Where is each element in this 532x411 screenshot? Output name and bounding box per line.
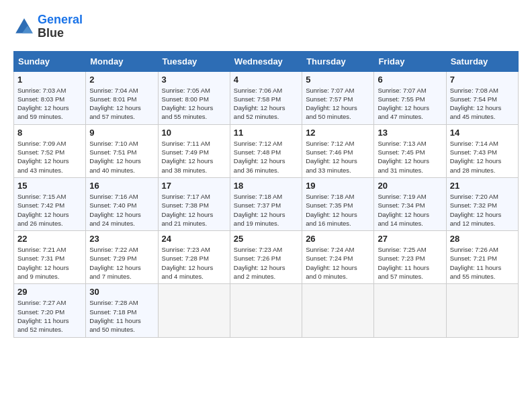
- day-number: 19: [306, 181, 370, 191]
- table-row: 3Sunrise: 7:05 AMSunset: 8:00 PMDaylight…: [158, 71, 230, 124]
- calendar-body: 1Sunrise: 7:03 AMSunset: 8:03 PMDaylight…: [14, 71, 519, 337]
- day-info: Sunrise: 7:20 AMSunset: 7:32 PMDaylight:…: [450, 192, 515, 228]
- table-row: 8Sunrise: 7:09 AMSunset: 7:52 PMDaylight…: [14, 124, 86, 177]
- day-number: 3: [162, 75, 226, 85]
- logo: General Blue: [13, 13, 83, 40]
- day-info: Sunrise: 7:28 AMSunset: 7:18 PMDaylight:…: [89, 298, 154, 334]
- logo-icon: [13, 16, 35, 38]
- table-row: 21Sunrise: 7:20 AMSunset: 7:32 PMDayligh…: [446, 177, 518, 230]
- table-row: 27Sunrise: 7:25 AMSunset: 7:23 PMDayligh…: [374, 231, 446, 284]
- day-number: 5: [306, 75, 370, 85]
- day-number: 28: [450, 234, 515, 244]
- calendar-table: SundayMondayTuesdayWednesdayThursdayFrid…: [13, 51, 519, 338]
- table-row: 26Sunrise: 7:24 AMSunset: 7:24 PMDayligh…: [302, 231, 374, 284]
- day-number: 14: [450, 128, 515, 138]
- day-info: Sunrise: 7:21 AMSunset: 7:31 PMDaylight:…: [17, 245, 82, 281]
- table-row: 24Sunrise: 7:23 AMSunset: 7:28 PMDayligh…: [158, 231, 230, 284]
- dow-monday: Monday: [86, 51, 158, 71]
- day-info: Sunrise: 7:24 AMSunset: 7:24 PMDaylight:…: [306, 245, 370, 281]
- day-info: Sunrise: 7:22 AMSunset: 7:29 PMDaylight:…: [89, 245, 154, 281]
- table-row: 6Sunrise: 7:07 AMSunset: 7:55 PMDaylight…: [374, 71, 446, 124]
- day-number: 10: [162, 128, 226, 138]
- day-number: 12: [306, 128, 370, 138]
- table-row: 16Sunrise: 7:16 AMSunset: 7:40 PMDayligh…: [86, 177, 158, 230]
- calendar-week: 29Sunrise: 7:27 AMSunset: 7:20 PMDayligh…: [14, 284, 519, 337]
- table-row: 25Sunrise: 7:23 AMSunset: 7:26 PMDayligh…: [230, 231, 302, 284]
- table-row: 13Sunrise: 7:13 AMSunset: 7:45 PMDayligh…: [374, 124, 446, 177]
- day-info: Sunrise: 7:04 AMSunset: 8:01 PMDaylight:…: [89, 86, 154, 122]
- day-info: Sunrise: 7:07 AMSunset: 7:55 PMDaylight:…: [378, 86, 442, 122]
- day-info: Sunrise: 7:15 AMSunset: 7:42 PMDaylight:…: [17, 192, 82, 228]
- day-number: 21: [450, 181, 515, 191]
- empty-cell: [446, 284, 518, 337]
- empty-cell: [374, 284, 446, 337]
- day-info: Sunrise: 7:18 AMSunset: 7:35 PMDaylight:…: [306, 192, 370, 228]
- table-row: 19Sunrise: 7:18 AMSunset: 7:35 PMDayligh…: [302, 177, 374, 230]
- day-number: 13: [378, 128, 442, 138]
- day-info: Sunrise: 7:13 AMSunset: 7:45 PMDaylight:…: [378, 139, 442, 175]
- calendar-week: 1Sunrise: 7:03 AMSunset: 8:03 PMDaylight…: [14, 71, 519, 124]
- table-row: 9Sunrise: 7:10 AMSunset: 7:51 PMDaylight…: [86, 124, 158, 177]
- day-info: Sunrise: 7:23 AMSunset: 7:28 PMDaylight:…: [162, 245, 226, 281]
- day-info: Sunrise: 7:27 AMSunset: 7:20 PMDaylight:…: [17, 298, 82, 334]
- table-row: 20Sunrise: 7:19 AMSunset: 7:34 PMDayligh…: [374, 177, 446, 230]
- dow-tuesday: Tuesday: [158, 51, 230, 71]
- day-info: Sunrise: 7:14 AMSunset: 7:43 PMDaylight:…: [450, 139, 515, 175]
- table-row: 10Sunrise: 7:11 AMSunset: 7:49 PMDayligh…: [158, 124, 230, 177]
- calendar-week: 22Sunrise: 7:21 AMSunset: 7:31 PMDayligh…: [14, 231, 519, 284]
- day-number: 17: [162, 181, 226, 191]
- day-info: Sunrise: 7:16 AMSunset: 7:40 PMDaylight:…: [89, 192, 154, 228]
- day-number: 24: [162, 234, 226, 244]
- day-number: 9: [89, 128, 154, 138]
- day-info: Sunrise: 7:05 AMSunset: 8:00 PMDaylight:…: [162, 86, 226, 122]
- day-number: 22: [17, 234, 82, 244]
- day-number: 26: [306, 234, 370, 244]
- table-row: 15Sunrise: 7:15 AMSunset: 7:42 PMDayligh…: [14, 177, 86, 230]
- page-header: General Blue: [13, 13, 519, 40]
- table-row: 12Sunrise: 7:12 AMSunset: 7:46 PMDayligh…: [302, 124, 374, 177]
- day-number: 6: [378, 75, 442, 85]
- day-info: Sunrise: 7:11 AMSunset: 7:49 PMDaylight:…: [162, 139, 226, 175]
- day-number: 1: [17, 75, 82, 85]
- day-info: Sunrise: 7:12 AMSunset: 7:46 PMDaylight:…: [306, 139, 370, 175]
- day-number: 25: [234, 234, 298, 244]
- day-info: Sunrise: 7:18 AMSunset: 7:37 PMDaylight:…: [234, 192, 298, 228]
- day-number: 11: [234, 128, 298, 138]
- day-number: 30: [89, 287, 154, 297]
- table-row: 28Sunrise: 7:26 AMSunset: 7:21 PMDayligh…: [446, 231, 518, 284]
- day-number: 29: [17, 287, 82, 297]
- dow-thursday: Thursday: [302, 51, 374, 71]
- empty-cell: [158, 284, 230, 337]
- logo-text: General Blue: [38, 13, 83, 40]
- dow-wednesday: Wednesday: [230, 51, 302, 71]
- day-info: Sunrise: 7:08 AMSunset: 7:54 PMDaylight:…: [450, 86, 515, 122]
- day-info: Sunrise: 7:07 AMSunset: 7:57 PMDaylight:…: [306, 86, 370, 122]
- empty-cell: [230, 284, 302, 337]
- day-info: Sunrise: 7:03 AMSunset: 8:03 PMDaylight:…: [17, 86, 82, 122]
- day-number: 16: [89, 181, 154, 191]
- day-number: 7: [450, 75, 515, 85]
- day-info: Sunrise: 7:26 AMSunset: 7:21 PMDaylight:…: [450, 245, 515, 281]
- day-info: Sunrise: 7:19 AMSunset: 7:34 PMDaylight:…: [378, 192, 442, 228]
- table-row: 23Sunrise: 7:22 AMSunset: 7:29 PMDayligh…: [86, 231, 158, 284]
- day-info: Sunrise: 7:25 AMSunset: 7:23 PMDaylight:…: [378, 245, 442, 281]
- table-row: 2Sunrise: 7:04 AMSunset: 8:01 PMDaylight…: [86, 71, 158, 124]
- day-number: 2: [89, 75, 154, 85]
- table-row: 1Sunrise: 7:03 AMSunset: 8:03 PMDaylight…: [14, 71, 86, 124]
- day-info: Sunrise: 7:17 AMSunset: 7:38 PMDaylight:…: [162, 192, 226, 228]
- table-row: 17Sunrise: 7:17 AMSunset: 7:38 PMDayligh…: [158, 177, 230, 230]
- days-of-week-row: SundayMondayTuesdayWednesdayThursdayFrid…: [14, 51, 519, 71]
- day-number: 23: [89, 234, 154, 244]
- calendar-week: 15Sunrise: 7:15 AMSunset: 7:42 PMDayligh…: [14, 177, 519, 230]
- dow-friday: Friday: [374, 51, 446, 71]
- day-number: 4: [234, 75, 298, 85]
- day-number: 20: [378, 181, 442, 191]
- calendar-week: 8Sunrise: 7:09 AMSunset: 7:52 PMDaylight…: [14, 124, 519, 177]
- day-number: 8: [17, 128, 82, 138]
- day-info: Sunrise: 7:23 AMSunset: 7:26 PMDaylight:…: [234, 245, 298, 281]
- table-row: 5Sunrise: 7:07 AMSunset: 7:57 PMDaylight…: [302, 71, 374, 124]
- dow-saturday: Saturday: [446, 51, 518, 71]
- day-number: 15: [17, 181, 82, 191]
- empty-cell: [302, 284, 374, 337]
- dow-sunday: Sunday: [14, 51, 86, 71]
